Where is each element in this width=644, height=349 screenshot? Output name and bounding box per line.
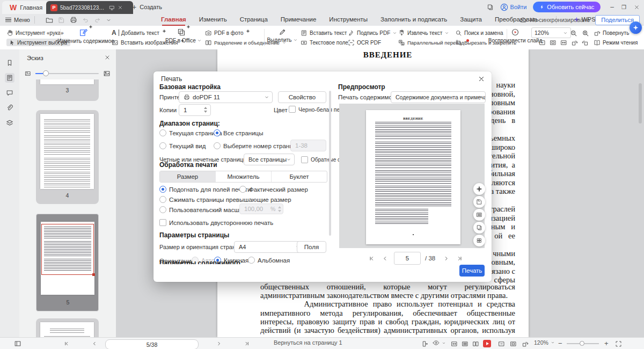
preview-tool-page[interactable] xyxy=(473,222,485,234)
fit-width-icon[interactable] xyxy=(451,340,458,347)
all-pages-radio[interactable] xyxy=(214,129,221,136)
rotate-left-icon[interactable] xyxy=(571,39,578,46)
fit-actual-icon[interactable] xyxy=(539,39,546,46)
close-window-button[interactable] xyxy=(634,4,640,10)
last-page-icon[interactable] xyxy=(244,340,250,347)
view-options-button[interactable] xyxy=(433,339,446,346)
printer-select[interactable]: doPDF 11 xyxy=(179,91,273,103)
copies-stepper[interactable] xyxy=(203,107,208,113)
current-page-radio[interactable] xyxy=(159,129,166,136)
reverse-pages-checkbox[interactable] xyxy=(301,156,308,163)
parity-select[interactable]: Все страницы xyxy=(244,154,295,165)
prev-page-icon[interactable] xyxy=(91,340,98,347)
zoom-in-icon[interactable] xyxy=(582,30,589,37)
extract-text-button[interactable]: Извлечь текст xyxy=(398,28,449,37)
current-view-radio[interactable] xyxy=(159,142,166,149)
sign-pdf-button[interactable]: Подпись PDF xyxy=(348,28,404,37)
tab-comment[interactable]: Примечание xyxy=(281,16,317,24)
ai-assistant-badge[interactable] xyxy=(630,21,642,34)
current-page-radio-row[interactable]: Текущая страница xyxy=(159,129,222,136)
back-to-page-link[interactable]: Вернуться на страницу 1 xyxy=(274,339,342,346)
zoom-slider-knob[interactable] xyxy=(580,341,584,346)
fit-page-icon[interactable] xyxy=(550,39,557,46)
prev-page-icon[interactable] xyxy=(382,255,389,262)
next-page-icon[interactable] xyxy=(216,340,222,347)
grayscale-checkbox[interactable] xyxy=(289,106,296,113)
add-text-button[interactable]: A Добавить текст xyxy=(112,28,166,37)
pdf-to-office-button[interactable]: PDF в Office xyxy=(164,28,203,43)
tab-protect[interactable]: Защита xyxy=(460,16,482,24)
preview-page-input[interactable] xyxy=(394,252,421,265)
fit-width-icon[interactable] xyxy=(560,39,567,46)
chevron-down-icon[interactable] xyxy=(106,17,112,23)
fullscreen-icon[interactable] xyxy=(615,340,622,347)
present-icon[interactable] xyxy=(109,5,115,11)
comments-panel-button[interactable] xyxy=(5,88,14,98)
print-content-select[interactable]: Содержимое документа и примечания xyxy=(391,91,486,103)
thumbnail-page-6[interactable] xyxy=(36,318,99,337)
menu-button[interactable]: Меню xyxy=(5,17,30,24)
text-field-button[interactable]: Текстовое поле xyxy=(301,38,348,47)
first-page-icon[interactable] xyxy=(63,340,70,347)
login-button[interactable]: Войти xyxy=(500,3,527,11)
duplex-checkbox[interactable] xyxy=(159,219,166,226)
fit-actual-icon[interactable] xyxy=(498,340,505,347)
resize-handle[interactable] xyxy=(92,273,95,276)
fit-margins-radio-row[interactable]: Подогнать для полей печати xyxy=(159,186,251,193)
preview-tool-grid[interactable] xyxy=(473,235,485,246)
highlight-button[interactable]: Выделить xyxy=(267,28,297,43)
device-preview-icon[interactable] xyxy=(421,340,428,347)
close-dialog-icon[interactable] xyxy=(478,75,485,83)
preview-tool-export[interactable] xyxy=(473,196,485,208)
save-icon[interactable] xyxy=(58,17,65,24)
select-pages-radio[interactable] xyxy=(214,142,221,149)
minimize-button[interactable]: – xyxy=(610,3,614,11)
thumbnail-page-3[interactable]: 3 xyxy=(36,79,99,101)
custom-scale-radio[interactable] xyxy=(159,206,166,213)
tab-multiple[interactable]: Множитель xyxy=(216,171,272,182)
margins-button[interactable]: Поля xyxy=(297,241,326,253)
slideshow-button[interactable] xyxy=(483,340,491,347)
open-file-icon[interactable] xyxy=(46,16,53,24)
rotate-right-icon[interactable] xyxy=(582,39,589,46)
single-page-icon[interactable] xyxy=(462,340,469,347)
select-pages-radio-row[interactable]: Выберите номер страницы xyxy=(214,142,301,149)
reading-mode-button[interactable]: Режим чтения xyxy=(594,38,638,47)
custom-scale-radio-row[interactable]: Пользовательский масштаб xyxy=(159,206,249,213)
tab-size[interactable]: Размер xyxy=(160,171,216,182)
tab-home[interactable]: Главная xyxy=(161,16,186,24)
preview-tool-magic[interactable] xyxy=(473,183,485,195)
rotate-button[interactable]: Повернуть xyxy=(594,28,629,37)
layers-panel-button[interactable] xyxy=(5,118,14,128)
tab-edit[interactable]: Изменить xyxy=(199,16,227,24)
thumbnail-page-5-selected[interactable]: 5 xyxy=(36,214,99,311)
zoom-combo[interactable]: 120% xyxy=(531,28,571,37)
pdf-to-photo-button[interactable]: PDF в фото xyxy=(205,28,250,37)
zoom-out-button[interactable]: − xyxy=(558,339,562,347)
hand-tool-button[interactable]: Инструмент «рука» xyxy=(6,28,64,37)
update-now-button[interactable]: Обновить сейчас xyxy=(533,2,601,12)
first-page-icon[interactable] xyxy=(368,255,375,262)
zoom-in-button[interactable]: + xyxy=(604,339,609,347)
document-scrollbar[interactable] xyxy=(639,83,642,123)
page-range-input[interactable] xyxy=(290,140,326,151)
maximize-button[interactable]: ❐ xyxy=(621,4,626,10)
dialog-scrollbar[interactable] xyxy=(329,91,331,236)
print-button[interactable]: Печать xyxy=(459,265,485,277)
duplex-checkbox-row[interactable]: Использовать двустороннюю печать xyxy=(159,219,273,226)
workspace-icon[interactable] xyxy=(487,4,494,11)
shrink-radio-row[interactable]: Сжимать страницы превышающие размер xyxy=(159,196,291,203)
actual-size-radio[interactable] xyxy=(239,186,246,193)
document-tab[interactable]: P 5bad723308123b6c4855a4c80 xyxy=(46,1,133,14)
page-indicator-input[interactable] xyxy=(105,339,199,349)
fit-height-icon[interactable] xyxy=(522,340,529,347)
redo-icon[interactable] xyxy=(94,17,101,24)
attachments-panel-button[interactable] xyxy=(5,103,14,113)
tab-tools[interactable]: Инструменты xyxy=(329,16,368,24)
thumbnails-panel-button[interactable] xyxy=(5,73,14,83)
tab-fill-sign[interactable]: Заполнить и подписать xyxy=(380,16,447,24)
next-page-icon[interactable] xyxy=(443,255,450,262)
print-icon[interactable] xyxy=(70,16,77,24)
tab-booklet[interactable]: Буклет xyxy=(272,171,327,182)
tab-page[interactable]: Страница xyxy=(240,16,268,24)
